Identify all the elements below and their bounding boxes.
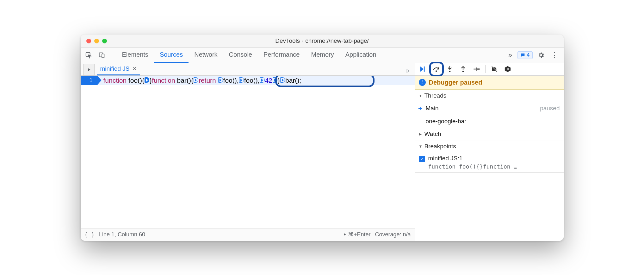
cursor-position: Line 1, Column 60 [99, 231, 145, 238]
svg-rect-2 [102, 54, 104, 58]
breakpoint-location: minified JS:1 [428, 155, 517, 162]
svg-point-7 [478, 68, 480, 70]
step-marker-icon[interactable] [273, 77, 277, 83]
svg-point-6 [462, 71, 464, 72]
pretty-print-icon[interactable]: { } [84, 231, 95, 238]
window-title: DevTools - chrome://new-tab-page/ [81, 37, 564, 44]
threads-section: ▼Threads ➔ Main paused one-google-bar [415, 90, 564, 128]
issues-count: 4 [527, 52, 529, 58]
tab-network[interactable]: Network [189, 48, 223, 63]
paused-banner: i Debugger paused [415, 76, 564, 90]
step-marker-icon[interactable] [218, 77, 223, 83]
kebab-menu-icon[interactable]: ⋮ [548, 49, 560, 61]
watch-header[interactable]: ▶Watch [415, 128, 564, 140]
step-marker-icon[interactable] [260, 77, 265, 83]
breakpoint-snippet: function foo(){}function … [428, 163, 517, 170]
threads-header[interactable]: ▼Threads [415, 90, 564, 102]
tab-application[interactable]: Application [340, 48, 382, 63]
tab-sources[interactable]: Sources [154, 48, 189, 63]
status-bar: { } Line 1, Column 60 ⌘+Enter Coverage: … [81, 228, 415, 241]
file-tab-minified-js[interactable]: minified JS ✕ [97, 63, 140, 75]
more-tabs-icon[interactable]: » [504, 49, 516, 61]
run-snippet-icon[interactable] [403, 67, 412, 75]
panel-tabs: Elements Sources Network Console Perform… [81, 48, 564, 63]
issues-badge[interactable]: 4 [517, 51, 532, 59]
info-icon: i [419, 79, 426, 86]
paused-text: Debugger paused [429, 79, 482, 86]
step-marker-icon[interactable] [239, 77, 244, 83]
code-line-1: function foo(){}function bar(){return fo… [103, 77, 413, 85]
thread-ogb[interactable]: one-google-bar [415, 115, 564, 128]
run-shortcut-hint: ⌘+Enter [343, 231, 371, 238]
line-number-1[interactable]: 1 [81, 76, 102, 85]
step-marker-icon[interactable] [194, 77, 198, 83]
pause-on-exceptions-button[interactable] [502, 63, 513, 75]
svg-point-4 [435, 70, 437, 72]
breakpoint-item[interactable]: ✓ minified JS:1 function foo(){}function… [415, 152, 564, 172]
step-marker-icon[interactable] [280, 77, 285, 83]
debugger-sidebar: i Debugger paused ▼Threads ➔ Main paused… [415, 63, 564, 241]
breakpoints-header[interactable]: ▼Breakpoints [415, 140, 564, 152]
deactivate-breakpoints-button[interactable] [489, 63, 500, 75]
svg-rect-8 [507, 68, 507, 70]
step-over-button[interactable] [431, 63, 442, 75]
current-thread-icon: ➔ [418, 106, 422, 111]
svg-rect-9 [508, 68, 508, 70]
tab-performance[interactable]: Performance [258, 48, 306, 63]
close-tab-icon[interactable]: ✕ [133, 66, 137, 72]
breakpoint-checkbox[interactable]: ✓ [419, 156, 425, 162]
device-toolbar-icon[interactable] [96, 49, 108, 61]
inspect-element-icon[interactable] [83, 49, 95, 61]
debugger-toolbar [415, 63, 564, 76]
settings-icon[interactable] [535, 49, 547, 61]
breakpoint-marker-icon[interactable] [145, 77, 149, 83]
devtools-window: DevTools - chrome://new-tab-page/ Elemen… [81, 35, 564, 241]
watch-section: ▶Watch [415, 128, 564, 140]
title-bar: DevTools - chrome://new-tab-page/ [81, 35, 564, 48]
step-into-button[interactable] [444, 63, 455, 75]
tab-console[interactable]: Console [223, 48, 258, 63]
breakpoints-section: ▼Breakpoints ✓ minified JS:1 function fo… [415, 140, 564, 173]
navigator-toggle-icon[interactable] [83, 64, 95, 75]
file-tabs: minified JS ✕ [81, 63, 415, 76]
coverage-status: Coverage: n/a [375, 231, 411, 238]
step-button[interactable] [471, 63, 482, 75]
thread-main[interactable]: ➔ Main paused [415, 102, 564, 115]
tab-elements[interactable]: Elements [116, 48, 154, 63]
svg-rect-3 [424, 67, 424, 72]
tab-memory[interactable]: Memory [306, 48, 340, 63]
code-editor[interactable]: 1 function foo(){}function bar(){return … [81, 76, 415, 228]
step-out-button[interactable] [457, 63, 469, 75]
file-tab-label: minified JS [100, 65, 130, 72]
resume-button[interactable] [418, 63, 429, 75]
svg-point-5 [449, 71, 450, 72]
